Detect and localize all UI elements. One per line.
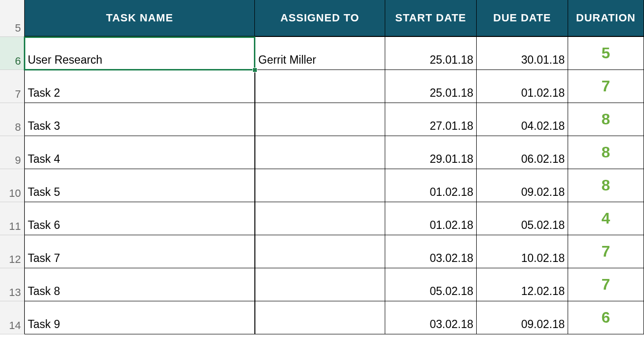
cell-C8[interactable] [255, 103, 385, 136]
row-header-11[interactable]: 11 [0, 202, 24, 235]
cell-C11[interactable] [255, 202, 385, 235]
cell-C7[interactable] [255, 70, 385, 103]
row-header-9[interactable]: 9 [0, 136, 24, 169]
cell-D7[interactable]: 25.01.18 [385, 70, 477, 103]
cell-C10[interactable] [255, 169, 385, 202]
cell-E14[interactable]: 09.02.18 [477, 301, 568, 334]
cell-E7[interactable]: 01.02.18 [477, 70, 568, 103]
row-header-14[interactable]: 14 [0, 301, 24, 334]
cell-D14[interactable]: 03.02.18 [385, 301, 477, 334]
cell-E11[interactable]: 05.02.18 [477, 202, 568, 235]
cell-D6[interactable]: 25.01.18 [385, 37, 477, 70]
cell-B10[interactable]: Task 5 [24, 169, 255, 202]
row-header-12[interactable]: 12 [0, 235, 24, 268]
cell-F9[interactable]: 8 [568, 136, 644, 169]
column-header-task-name[interactable]: TASK NAME [24, 0, 255, 37]
cell-C9[interactable] [255, 136, 385, 169]
cell-F7[interactable]: 7 [568, 70, 644, 103]
cell-F10[interactable]: 8 [568, 169, 644, 202]
row-header-6[interactable]: 6 [0, 37, 24, 70]
cell-F11[interactable]: 4 [568, 202, 644, 235]
cell-E13[interactable]: 12.02.18 [477, 268, 568, 301]
row-header-10[interactable]: 10 [0, 169, 24, 202]
cell-F8[interactable]: 8 [568, 103, 644, 136]
cell-D8[interactable]: 27.01.18 [385, 103, 477, 136]
column-header-assigned-to[interactable]: ASSIGNED TO [255, 0, 385, 37]
cell-C6[interactable]: Gerrit Miller [255, 37, 385, 70]
cell-B12[interactable]: Task 7 [24, 235, 255, 268]
cell-F6[interactable]: 5 [568, 37, 644, 70]
cell-C13[interactable] [255, 268, 385, 301]
cell-E12[interactable]: 10.02.18 [477, 235, 568, 268]
cell-D13[interactable]: 05.02.18 [385, 268, 477, 301]
cell-E10[interactable]: 09.02.18 [477, 169, 568, 202]
cell-F14[interactable]: 6 [568, 301, 644, 334]
cell-D12[interactable]: 03.02.18 [385, 235, 477, 268]
cell-D10[interactable]: 01.02.18 [385, 169, 477, 202]
cell-F12[interactable]: 7 [568, 235, 644, 268]
cell-F13[interactable]: 7 [568, 268, 644, 301]
cell-B14[interactable]: Task 9 [24, 301, 255, 334]
cell-C12[interactable] [255, 235, 385, 268]
cell-D11[interactable]: 01.02.18 [385, 202, 477, 235]
row-header-8[interactable]: 8 [0, 103, 24, 136]
cell-B6[interactable]: User Research [24, 37, 255, 70]
column-header-start-date[interactable]: START DATE [385, 0, 477, 37]
spreadsheet-grid[interactable]: 5 TASK NAME ASSIGNED TO START DATE DUE D… [0, 0, 644, 334]
cell-B7[interactable]: Task 2 [24, 70, 255, 103]
cell-B11[interactable]: Task 6 [24, 202, 255, 235]
column-header-due-date[interactable]: DUE DATE [477, 0, 568, 37]
row-header-7[interactable]: 7 [0, 70, 24, 103]
column-header-duration[interactable]: DURATION [568, 0, 644, 37]
cell-E9[interactable]: 06.02.18 [477, 136, 568, 169]
cell-E6[interactable]: 30.01.18 [477, 37, 568, 70]
cell-B9[interactable]: Task 4 [24, 136, 255, 169]
row-header-5[interactable]: 5 [0, 0, 24, 37]
cell-C14[interactable] [255, 301, 385, 334]
cell-B13[interactable]: Task 8 [24, 268, 255, 301]
cell-B8[interactable]: Task 3 [24, 103, 255, 136]
selection-fill-handle[interactable] [252, 68, 257, 72]
row-header-13[interactable]: 13 [0, 268, 24, 301]
cell-E8[interactable]: 04.02.18 [477, 103, 568, 136]
cell-D9[interactable]: 29.01.18 [385, 136, 477, 169]
